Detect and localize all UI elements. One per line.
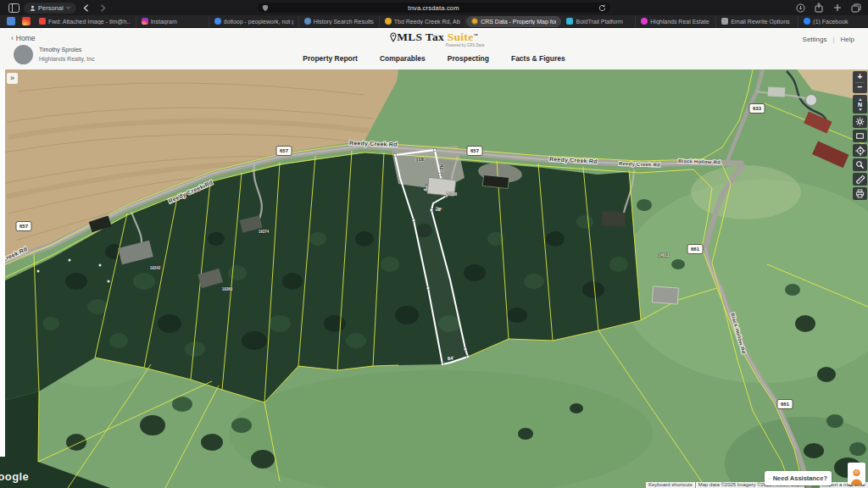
user-name: Timothy Sproles — [39, 47, 81, 53]
locate-button[interactable] — [853, 144, 867, 157]
tab-crs-data-active[interactable]: CRS Data - Property Map for... — [466, 16, 561, 27]
svg-text:42': 42' — [439, 164, 444, 172]
draw-rectangle-button[interactable] — [853, 130, 867, 142]
tab-highlands[interactable]: Highlands Real Estate — [636, 16, 716, 27]
svg-text:14613: 14613 — [659, 253, 670, 258]
settings-link[interactable]: Settings — [803, 36, 827, 43]
ruler-icon — [855, 175, 865, 185]
svg-text:20388: 20388 — [447, 192, 458, 197]
zoom-in-button[interactable]: + — [853, 72, 867, 82]
tab-strip: Fwd: Attached Image - tim@h... Instagram… — [0, 15, 868, 28]
browser-window: Personal tnva.crsdata.com — [0, 0, 868, 488]
reload-icon[interactable] — [598, 4, 606, 12]
tilt-down-icon — [859, 108, 862, 111]
rectangle-select-icon — [855, 131, 865, 141]
email-favicon-icon — [721, 18, 728, 25]
chevron-down-icon — [66, 6, 70, 9]
nav-comparables[interactable]: Comparables — [380, 54, 426, 63]
profile-label: Personal — [38, 4, 64, 12]
facebook-favicon-icon — [804, 18, 810, 25]
collapsed-side-panel[interactable] — [0, 69, 5, 457]
chevron-double-right-icon: » — [10, 75, 14, 82]
highlands-favicon-icon — [641, 18, 648, 25]
assistant-avatar[interactable] — [848, 463, 865, 485]
mail-favicon-icon — [39, 18, 46, 25]
tab-history[interactable]: History Search Results — [299, 16, 380, 27]
instagram-favicon-icon — [142, 18, 148, 25]
tab-mail[interactable]: Fwd: Attached Image - tim@h... — [34, 16, 136, 27]
crs-favicon-icon — [471, 18, 478, 25]
tab-tbd-reedy-creek[interactable]: Tbd Reedy Creek Rd, Abingdo... — [380, 16, 466, 27]
history-favicon-icon — [304, 18, 311, 25]
svg-text:19374: 19374 — [259, 230, 270, 234]
svg-text:633: 633 — [753, 106, 762, 111]
forward-button[interactable] — [97, 2, 110, 14]
url-text: tnva.crsdata.com — [269, 4, 598, 12]
target-icon — [855, 146, 865, 156]
compass-button[interactable]: N — [853, 95, 867, 114]
sidebar-toggle-icon[interactable] — [7, 2, 20, 14]
google-logo[interactable]: Google — [0, 470, 29, 483]
map-controls: + − N — [853, 71, 867, 200]
nav-facts-figures[interactable]: Facts & Figures — [511, 54, 565, 63]
new-tab-icon[interactable] — [831, 2, 844, 14]
need-assistance-button[interactable]: Need Assistance? — [765, 471, 832, 485]
tab-email-rewrite[interactable]: Email Rewrite Options — [716, 16, 798, 27]
svg-text:19342: 19342 — [150, 266, 161, 270]
search-button[interactable] — [853, 158, 867, 171]
svg-text:118': 118' — [415, 157, 426, 163]
nav-prospecting[interactable]: Prospecting — [448, 54, 489, 63]
expand-panel-button[interactable]: » — [7, 73, 18, 84]
browser-toolbar: Personal tnva.crsdata.com — [0, 0, 868, 15]
svg-text:19360: 19360 — [222, 287, 233, 291]
svg-text:657: 657 — [280, 148, 289, 153]
help-link[interactable]: Help — [841, 36, 854, 43]
tab-facebook[interactable]: (1) Facebook — [798, 16, 865, 27]
profile-switcher[interactable]: Personal — [24, 3, 76, 14]
tilt-up-icon — [859, 98, 862, 101]
person-avatar-icon — [850, 468, 863, 485]
logo-suite-text: Suite — [448, 30, 474, 43]
search-icon — [855, 160, 865, 169]
print-button[interactable] — [853, 187, 867, 200]
tab-dotloop[interactable]: dotloop - peoplework, not pa... — [209, 16, 299, 27]
map-container: 118' 42' 54' 38' 84' 1934 — [0, 69, 868, 488]
assist-pin-icon — [769, 474, 771, 484]
tab-instagram[interactable]: Instagram — [136, 16, 209, 27]
gear-icon — [855, 117, 865, 126]
svg-text:84': 84' — [448, 356, 455, 362]
tab-boldtrail[interactable]: BoldTrail Platform — [561, 16, 636, 27]
map-pin-favicon-icon — [385, 18, 392, 25]
logo-tagline: Powered by CRS Data — [0, 43, 868, 47]
map-settings-button[interactable] — [853, 115, 867, 128]
printer-icon — [855, 189, 865, 198]
map-canvas[interactable]: 118' 42' 54' 38' 84' 1934 — [0, 69, 868, 488]
zoom-control: + − — [853, 71, 867, 93]
tab-overview-icon[interactable] — [849, 2, 863, 14]
pinned-tab-2[interactable] — [22, 17, 31, 25]
share-icon[interactable] — [812, 2, 826, 14]
svg-text:661: 661 — [781, 402, 790, 407]
svg-text:657: 657 — [470, 148, 480, 153]
pinned-tab-1[interactable] — [7, 17, 15, 25]
measure-button[interactable] — [853, 173, 867, 186]
dotloop-favicon-icon — [214, 18, 221, 25]
map-attribution: Keyboard shortcuts Map data ©2025 Imager… — [646, 482, 868, 488]
address-bar[interactable]: tnva.crsdata.com — [258, 3, 610, 13]
keyboard-shortcuts-link[interactable]: Keyboard shortcuts — [646, 482, 695, 488]
back-button[interactable] — [80, 2, 93, 14]
svg-text:661: 661 — [691, 247, 700, 252]
nav-property-report[interactable]: Property Report — [303, 54, 358, 63]
person-icon — [30, 5, 36, 11]
main-nav: Property Report Comparables Prospecting … — [0, 54, 868, 63]
privacy-shield-icon — [262, 4, 269, 12]
boldtrail-favicon-icon — [566, 18, 573, 25]
app-header: ‹ Home Timothy Sproles Highlands Realty,… — [0, 28, 868, 69]
zoom-out-button[interactable]: − — [853, 82, 867, 92]
svg-text:657: 657 — [19, 224, 29, 229]
downloads-icon[interactable] — [793, 2, 807, 14]
app-logo: MLS Tax Suite™ — [0, 30, 868, 44]
